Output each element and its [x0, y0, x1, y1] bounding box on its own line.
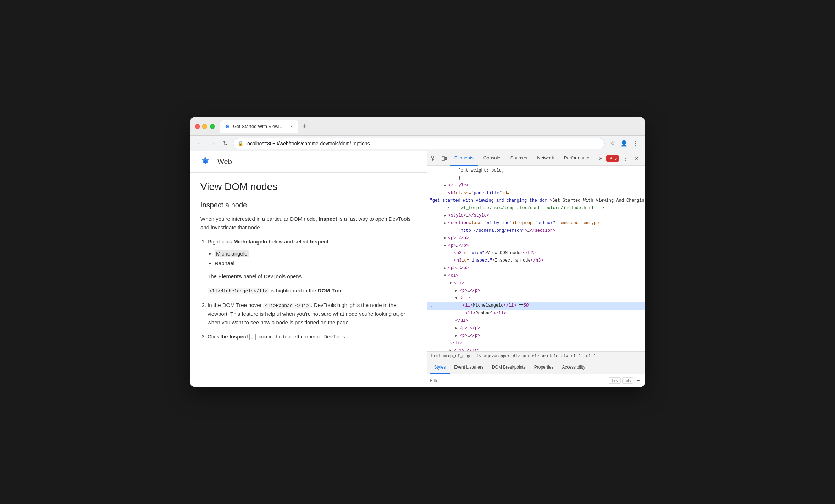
dom-line-ol: <ol>	[427, 272, 645, 280]
steps-list-2: In the DOM Tree hover <li>Raphael</li>. …	[208, 301, 417, 327]
filter-pseudo-buttons: :hov .cls +	[609, 377, 642, 384]
site-logo-icon	[199, 156, 212, 168]
url-text: localhost:8080/web/tools/chrome-devtools…	[246, 141, 600, 146]
svg-rect-5	[445, 157, 447, 160]
highlighted-michelangelo: Michelangelo	[215, 250, 249, 257]
code-li-michelangelo: <li>Michelangelo</li>	[208, 288, 269, 294]
dom-line-p1: <p> … </p>	[427, 235, 645, 242]
devtools-menu-button[interactable]: ⋮	[620, 153, 630, 163]
dom-triangle-icon[interactable]	[450, 348, 454, 351]
dom-line-style-close: </style>	[427, 182, 645, 189]
maximize-window-button[interactable]	[210, 124, 215, 129]
forward-button[interactable]: →	[208, 139, 217, 149]
intro-paragraph: When you're interested in a particular D…	[200, 215, 417, 232]
dom-line-p3: <p> … </p>	[427, 264, 645, 272]
dom-line-li-michelangelo[interactable]: … <li> Michelangelo </li> == $0	[427, 302, 645, 309]
dom-triangle-icon[interactable]	[444, 183, 448, 189]
dom-triangle-icon[interactable]	[444, 273, 448, 279]
traffic-lights	[195, 124, 215, 129]
bc-ul[interactable]: ul	[585, 353, 592, 359]
menu-button[interactable]: ⋮	[630, 139, 640, 149]
devtools-tab-elements[interactable]: Elements	[450, 151, 478, 166]
bc-ol[interactable]: ol	[570, 353, 577, 359]
account-button[interactable]: 👤	[619, 139, 629, 149]
bc-article1[interactable]: article	[521, 353, 540, 359]
tab-bar: ❋ Get Started With Viewing And ✕ +	[220, 120, 640, 133]
dom-line-h1: <h1 class= "page-title" id=	[427, 190, 645, 197]
dom-line-ul-close: </ul>	[427, 317, 645, 325]
step-1-note: The Elements panel of DevTools opens.	[208, 272, 417, 281]
dom-tree-note: <li>Michelangelo</li> is highlighted in …	[208, 286, 417, 295]
devtools-panel: Elements Console Sources Network Perform…	[427, 151, 645, 387]
dom-triangle-icon[interactable]	[444, 265, 448, 271]
tab-properties[interactable]: Properties	[530, 361, 558, 374]
new-tab-button[interactable]: +	[300, 122, 310, 131]
dom-line-section-cont: "http://schema.org/Person" > … </section…	[427, 227, 645, 235]
dom-tree[interactable]: font-weight: bold; } </style> <h1	[427, 166, 645, 351]
dom-line-section: <section class= "wf-byline" itemprop= "a…	[427, 219, 645, 227]
devtools-tab-performance[interactable]: Performance	[560, 151, 595, 166]
devtools-close-button[interactable]: ✕	[632, 153, 642, 163]
dom-line-li2: <li> … </li>	[427, 347, 645, 352]
devtools-tab-sources[interactable]: Sources	[506, 151, 532, 166]
bc-top[interactable]: #top_of_page	[442, 353, 473, 359]
devtools-inspect-button[interactable]	[430, 153, 439, 163]
steps-list-3: Click the Inspect ⬚ icon in the top-left…	[208, 332, 417, 341]
tab-dom-breakpoints[interactable]: DOM Breakpoints	[488, 361, 530, 374]
error-count: 6	[614, 156, 617, 161]
filter-input[interactable]	[430, 378, 606, 383]
dom-line: font-weight: bold;	[427, 167, 645, 174]
reload-button[interactable]: ↻	[220, 139, 230, 149]
tab-styles[interactable]: Styles	[430, 361, 450, 374]
error-x-icon: ✕	[608, 156, 613, 161]
close-window-button[interactable]	[195, 124, 200, 129]
bookmark-button[interactable]: ☆	[608, 139, 618, 149]
bc-article2[interactable]: article	[541, 353, 560, 359]
dom-triangle-icon[interactable]	[455, 326, 460, 331]
dom-triangle-icon[interactable]	[450, 280, 454, 286]
dom-triangle-icon[interactable]	[455, 296, 460, 301]
dots-icon: …	[430, 303, 432, 309]
tab-accessibility[interactable]: Accessibility	[558, 361, 589, 374]
bc-li2[interactable]: li	[592, 353, 599, 359]
back-button[interactable]: ←	[195, 139, 205, 149]
devtools-more-tabs-button[interactable]: »	[596, 155, 605, 162]
tab-event-listeners[interactable]: Event Listeners	[450, 361, 488, 374]
bc-div1[interactable]: div	[473, 353, 483, 359]
devtools-tab-console[interactable]: Console	[479, 151, 505, 166]
site-name: Web	[217, 158, 232, 166]
dom-triangle-icon[interactable]	[444, 220, 448, 226]
dom-triangle-icon[interactable]	[455, 333, 460, 339]
dom-line-h1-cont: "get_started_with_viewing_and_changing_t…	[427, 197, 645, 205]
svg-point-0	[204, 160, 207, 164]
toolbar-right: ☆ 👤 ⋮	[608, 139, 640, 149]
bc-div3[interactable]: div	[560, 353, 570, 359]
dom-triangle-icon[interactable]	[444, 243, 448, 248]
dom-line-p-li: <p> … </p>	[427, 287, 645, 295]
bc-html[interactable]: html	[430, 353, 442, 359]
add-style-rule-button[interactable]: +	[635, 377, 642, 384]
svg-rect-1	[432, 156, 434, 158]
dom-line-ul: <ul>	[427, 295, 645, 302]
bc-gc-wrapper[interactable]: #gc-wrapper	[483, 353, 511, 359]
active-tab[interactable]: ❋ Get Started With Viewing And ✕	[220, 120, 298, 133]
dom-triangle-icon[interactable]	[455, 288, 460, 294]
dom-line-li-raphael: <li> Raphael </li>	[427, 310, 645, 317]
bc-li1[interactable]: li	[577, 353, 585, 359]
list-item-raphael: Raphael	[215, 258, 417, 268]
breadcrumb-bar: html #top_of_page div #gc-wrapper div ar…	[427, 351, 645, 361]
step-3: Click the Inspect ⬚ icon in the top-left…	[208, 332, 417, 341]
dom-triangle-icon[interactable]	[444, 235, 448, 241]
cls-button[interactable]: .cls	[622, 377, 633, 384]
url-bar[interactable]: 🔒 localhost:8080/web/tools/chrome-devtoo…	[233, 138, 605, 149]
devtools-device-button[interactable]	[440, 153, 449, 163]
svg-rect-4	[442, 157, 445, 160]
hov-button[interactable]: :hov	[609, 377, 621, 384]
dom-triangle-icon[interactable]	[444, 213, 448, 219]
minimize-window-button[interactable]	[202, 124, 207, 129]
devtools-tab-network[interactable]: Network	[533, 151, 558, 166]
bc-div2[interactable]: div	[511, 353, 521, 359]
devtools-close-area: ✕ 6 ⋮ ✕	[606, 153, 642, 163]
tab-favicon-icon: ❋	[225, 124, 230, 129]
tab-close-button[interactable]: ✕	[288, 124, 294, 129]
